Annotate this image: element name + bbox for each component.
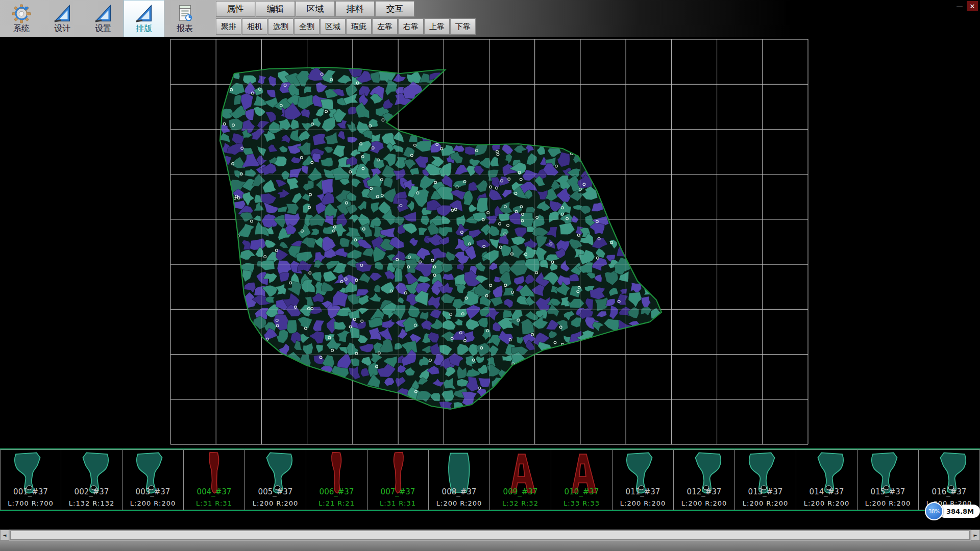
piece-thumbnail[interactable]: 015_#37L:200 R:200 xyxy=(857,449,919,510)
piece-thumbnail[interactable]: 011_#37L:200 R:200 xyxy=(612,449,674,510)
title-bar: 系统设计设置排版报表 属性编辑区域排料交互 聚排相机选割全割区域瑕疵左靠右靠上靠… xyxy=(0,0,980,37)
piece-lr-count: L:21 R:21 xyxy=(306,499,367,507)
window-controls: — ✕ xyxy=(954,1,978,11)
status-bar xyxy=(0,541,980,551)
piece-id-label: 011_#37 xyxy=(612,487,673,496)
toolbar-button-label: 设置 xyxy=(95,24,111,33)
piece-lr-count: L:32 R:32 xyxy=(490,499,551,507)
menu-bar: 属性编辑区域排料交互 xyxy=(216,1,476,17)
piece-id-label: 012_#37 xyxy=(674,487,734,496)
scroll-left-arrow[interactable]: ◄ xyxy=(0,530,9,541)
tool-region[interactable]: 区域 xyxy=(320,18,346,35)
piece-thumbnail[interactable]: 014_#37L:200 R:200 xyxy=(796,449,857,510)
piece-lr-count: L:200 R:200 xyxy=(245,499,306,507)
piece-lr-count: L:132 R:132 xyxy=(61,499,122,507)
piece-id-label: 008_#37 xyxy=(429,487,489,496)
piece-thumbnail[interactable]: 009_#37L:32 R:32 xyxy=(490,449,551,510)
menu-area: 属性编辑区域排料交互 聚排相机选割全割区域瑕疵左靠右靠上靠下靠 xyxy=(216,0,476,35)
piece-thumbnail[interactable]: 008_#37L:200 R:200 xyxy=(429,449,490,510)
piece-id-label: 016_#37 xyxy=(919,487,979,496)
piece-id-label: 006_#37 xyxy=(306,487,367,496)
piece-id-label: 001_#37 xyxy=(1,487,61,496)
piece-lr-count: L:31 R:31 xyxy=(184,499,244,507)
piece-thumbnail[interactable]: 002_#37L:132 R:132 xyxy=(61,449,122,510)
piece-thumbnail[interactable]: 016_#37L:200 R:200 xyxy=(919,449,980,510)
toolbar-nesting[interactable]: 排版 xyxy=(124,0,164,37)
piece-id-label: 002_#37 xyxy=(61,487,122,496)
piece-id-label: 009_#37 xyxy=(490,487,551,496)
close-button[interactable]: ✕ xyxy=(967,1,978,11)
menu-tab-edit[interactable]: 编辑 xyxy=(256,1,295,17)
tool-align-top[interactable]: 上靠 xyxy=(424,18,450,35)
memory-value: 384.8M xyxy=(938,505,980,518)
toolbar-design[interactable]: 设计 xyxy=(42,0,83,37)
piece-thumbnail[interactable]: 013_#37L:200 R:200 xyxy=(735,449,796,510)
menu-tab-nesting[interactable]: 排料 xyxy=(335,1,375,17)
piece-id-label: 013_#37 xyxy=(735,487,796,496)
piece-thumbnail[interactable]: 012_#37L:200 R:200 xyxy=(674,449,735,510)
set-square-icon xyxy=(93,4,113,23)
toolbar-report[interactable]: 报表 xyxy=(164,0,205,37)
toolbar-system[interactable]: 系统 xyxy=(1,0,42,37)
tool-align-bottom[interactable]: 下靠 xyxy=(450,18,476,35)
piece-id-label: 010_#37 xyxy=(551,487,612,496)
tool-defect[interactable]: 瑕疵 xyxy=(346,18,372,35)
menu-tab-interact[interactable]: 交互 xyxy=(375,1,414,17)
tool-align-right[interactable]: 右靠 xyxy=(398,18,424,35)
scrollbar-thumb[interactable] xyxy=(10,531,970,540)
toolbar-button-label: 设计 xyxy=(54,24,70,33)
menu-tab-properties[interactable]: 属性 xyxy=(216,1,255,17)
menu-tab-region[interactable]: 区域 xyxy=(296,1,335,17)
tool-select-cut[interactable]: 选割 xyxy=(268,18,293,35)
piece-lr-count: L:200 R:200 xyxy=(674,499,734,507)
piece-id-label: 005_#37 xyxy=(245,487,306,496)
progress-circle: 38% xyxy=(925,502,943,520)
tool-cut-all[interactable]: 全割 xyxy=(294,18,320,35)
memory-usage-badge: 38% 384.8M xyxy=(925,502,980,520)
toolbar-button-label: 排版 xyxy=(136,24,152,33)
horizontal-scrollbar[interactable]: ◄ ► xyxy=(0,530,980,541)
gear-icon xyxy=(12,4,31,23)
piece-lr-count: L:200 R:200 xyxy=(857,499,918,507)
piece-id-label: 015_#37 xyxy=(857,487,918,496)
nesting-canvas[interactable] xyxy=(0,37,980,448)
piece-thumbnail[interactable]: 001_#37L:700 R:700 xyxy=(0,449,61,510)
piece-thumbnail[interactable]: 004_#37L:31 R:31 xyxy=(184,449,245,510)
set-square-icon xyxy=(53,4,72,23)
piece-lr-count: L:200 R:200 xyxy=(796,499,857,507)
main-toolbar: 系统设计设置排版报表 xyxy=(1,0,205,37)
scroll-right-arrow[interactable]: ► xyxy=(971,530,980,541)
piece-id-label: 007_#37 xyxy=(368,487,428,496)
nested-hide-view xyxy=(0,37,980,448)
toolbar-settings[interactable]: 设置 xyxy=(83,0,124,37)
toolbar-button-label: 系统 xyxy=(13,24,30,33)
toolbar-button-label: 报表 xyxy=(177,24,193,33)
tool-align-left[interactable]: 左靠 xyxy=(372,18,398,35)
report-icon xyxy=(175,4,194,23)
piece-lr-count: L:200 R:200 xyxy=(429,499,489,507)
minimize-button[interactable]: — xyxy=(954,1,965,11)
piece-id-label: 003_#37 xyxy=(122,487,183,496)
tool-strip: 聚排相机选割全割区域瑕疵左靠右靠上靠下靠 xyxy=(216,18,476,35)
piece-id-label: 004_#37 xyxy=(184,487,244,496)
piece-thumbnail[interactable]: 006_#37L:21 R:21 xyxy=(306,449,368,510)
piece-thumbnail[interactable]: 005_#37L:200 R:200 xyxy=(245,449,306,510)
piece-list: 001_#37L:700 R:700002_#37L:132 R:132003_… xyxy=(0,448,980,511)
piece-thumbnail[interactable]: 010_#37L:33 R:33 xyxy=(551,449,612,510)
tool-cluster-nest[interactable]: 聚排 xyxy=(216,18,241,35)
piece-thumbnail[interactable]: 003_#37L:200 R:200 xyxy=(122,449,184,510)
piece-lr-count: L:31 R:31 xyxy=(368,499,428,507)
piece-lr-count: L:200 R:200 xyxy=(122,499,183,507)
piece-thumbnail[interactable]: 007_#37L:31 R:31 xyxy=(368,449,429,510)
piece-lr-count: L:200 R:200 xyxy=(612,499,673,507)
set-square-icon xyxy=(134,4,154,23)
piece-lr-count: L:33 R:33 xyxy=(551,499,612,507)
piece-lr-count: L:700 R:700 xyxy=(1,499,61,507)
piece-lr-count: L:200 R:200 xyxy=(735,499,796,507)
piece-id-label: 014_#37 xyxy=(796,487,857,496)
tool-camera[interactable]: 相机 xyxy=(242,18,267,35)
